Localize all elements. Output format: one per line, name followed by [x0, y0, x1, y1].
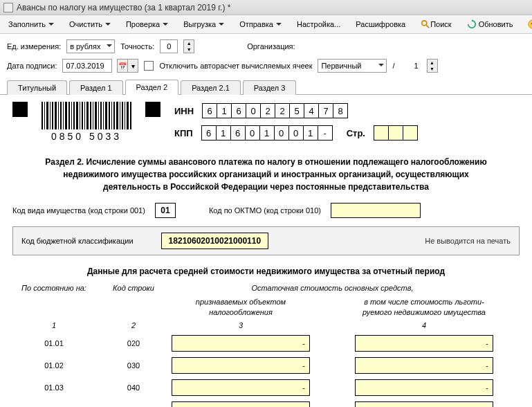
digit-box[interactable]: - — [318, 125, 333, 141]
col-head-date: По состоянию на: — [12, 283, 95, 293]
table-row: 01.04050-- — [12, 401, 520, 407]
prop-type-value[interactable]: 01 — [155, 203, 176, 218]
privileged-value-input[interactable]: - — [355, 335, 493, 352]
table-row: 01.03040-- — [12, 379, 520, 396]
date-buttons[interactable]: 📅▾ — [118, 59, 138, 73]
settings-button[interactable]: Настройка... — [292, 18, 345, 30]
fill-button[interactable]: Заполнить — [3, 18, 59, 30]
tab-3[interactable]: Раздел 2.1 — [181, 80, 241, 95]
org-label: Организация: — [247, 42, 295, 51]
digit-box[interactable]: 6 — [230, 125, 246, 141]
digit-box[interactable]: 0 — [274, 125, 289, 141]
residual-value-input[interactable]: - — [172, 401, 310, 407]
digit-box[interactable]: 5 — [289, 103, 304, 118]
residual-value-input[interactable]: - — [172, 379, 310, 396]
tab-0[interactable]: Титульный — [7, 80, 67, 95]
precision-label: Точность: — [120, 42, 154, 51]
svg-rect-21 — [86, 102, 89, 129]
svg-rect-9 — [55, 102, 57, 129]
svg-rect-11 — [60, 102, 62, 129]
kpp-label: КПП — [174, 128, 193, 138]
clear-button[interactable]: Очистить — [64, 18, 116, 30]
residual-value-input[interactable]: - — [172, 335, 310, 352]
kbk-value[interactable]: 18210602010021000110 — [161, 233, 268, 249]
digit-box[interactable]: 0 — [245, 125, 260, 141]
check-button[interactable]: Проверка — [121, 18, 173, 30]
digit-box[interactable] — [388, 125, 403, 141]
correction-number[interactable] — [401, 59, 421, 73]
send-button[interactable]: Отправка — [235, 18, 286, 30]
digit-box[interactable]: 1 — [217, 103, 232, 118]
privileged-value-input[interactable]: - — [355, 379, 493, 396]
date-input[interactable] — [62, 59, 112, 73]
svg-rect-23 — [93, 102, 93, 129]
col-head-line: Код строки — [102, 283, 165, 293]
digit-box[interactable]: 7 — [318, 103, 333, 118]
toolbar: Заполнить Очистить Проверка Выгрузка Отп… — [0, 15, 532, 34]
tab-1[interactable]: Раздел 1 — [69, 80, 123, 95]
tab-4[interactable]: Раздел 3 — [243, 80, 297, 95]
table-header: По состоянию на: Код строки Остаточная с… — [12, 283, 520, 293]
residual-value-input[interactable]: - — [172, 357, 310, 374]
digit-box[interactable]: 1 — [303, 125, 318, 141]
col-head-main: Остаточная стоимость основных средств, — [172, 283, 493, 293]
refresh-button[interactable]: Обновить — [462, 17, 518, 31]
svg-rect-6 — [46, 102, 48, 129]
help-icon: ? — [528, 19, 532, 29]
svg-rect-29 — [109, 102, 110, 129]
digit-box[interactable]: 1 — [216, 125, 231, 141]
svg-rect-7 — [50, 102, 51, 129]
digit-box[interactable]: 6 — [202, 103, 217, 118]
row-date: 01.03 — [12, 383, 95, 392]
svg-rect-17 — [76, 102, 78, 129]
svg-point-0 — [422, 21, 427, 26]
section-heading: Раздел 2. Исчисление суммы авансового пл… — [33, 156, 499, 193]
digit-box[interactable]: 8 — [333, 103, 348, 118]
spinner-icon[interactable]: ▾ — [127, 59, 138, 73]
correction-spinner[interactable]: ▲▼ — [427, 59, 438, 73]
unit-select[interactable] — [66, 39, 115, 53]
page-label: Стр. — [347, 128, 365, 138]
digit-box[interactable]: 1 — [259, 125, 275, 141]
table-row: 01.01020-- — [12, 335, 520, 352]
col-head-3: признаваемых объектом налогообложения — [172, 297, 310, 317]
privileged-value-input[interactable]: - — [355, 357, 493, 374]
digit-box[interactable]: 0 — [246, 103, 261, 118]
oktmo-input[interactable] — [331, 203, 421, 218]
digit-box[interactable] — [403, 125, 418, 141]
inn-label: ИНН — [174, 106, 194, 116]
digit-box[interactable] — [374, 125, 389, 141]
title-bar: Авансы по налогу на имущество (за 1 квар… — [0, 0, 532, 15]
digit-box[interactable]: 6 — [231, 103, 246, 118]
privileged-value-input[interactable]: - — [355, 401, 493, 407]
tab-strip: ТитульныйРаздел 1Раздел 2Раздел 2.1Разде… — [0, 79, 532, 95]
digit-box[interactable]: 2 — [275, 103, 290, 118]
barcode-number: 0850 5033 — [51, 131, 122, 142]
sub-heading: Данные для расчета средней стоимости нед… — [12, 266, 520, 276]
inn-boxes: 6160225478 — [202, 103, 348, 118]
precision-spinner[interactable]: ▲▼ — [183, 39, 194, 53]
digit-box[interactable]: 2 — [260, 103, 275, 118]
svg-rect-20 — [84, 102, 85, 129]
digit-box[interactable]: 4 — [304, 103, 319, 118]
primary-select[interactable] — [318, 59, 387, 73]
rows-container: 01.01020--01.02030--01.03040--01.04050--… — [12, 335, 520, 407]
digit-box[interactable]: 0 — [288, 125, 304, 141]
search-icon — [421, 19, 430, 29]
svg-rect-33 — [120, 102, 120, 129]
tab-2[interactable]: Раздел 2 — [125, 80, 179, 95]
black-marker-left — [12, 102, 28, 117]
help-button[interactable]: ? — [523, 17, 532, 31]
svg-rect-12 — [63, 102, 64, 129]
calendar-icon[interactable]: 📅 — [117, 59, 128, 73]
precision-input[interactable] — [160, 39, 178, 53]
disable-autocalc-checkbox[interactable] — [144, 61, 154, 71]
svg-rect-22 — [90, 102, 91, 129]
search-button[interactable]: Поиск — [416, 17, 456, 31]
digit-box[interactable]: 6 — [201, 125, 217, 141]
col-head-4: в том числе стоимость льготи- руемого не… — [355, 297, 493, 317]
decode-button[interactable]: Расшифровка — [351, 18, 410, 30]
svg-rect-5 — [44, 102, 45, 129]
export-button[interactable]: Выгрузка — [178, 18, 229, 30]
row-line: 020 — [102, 339, 165, 347]
